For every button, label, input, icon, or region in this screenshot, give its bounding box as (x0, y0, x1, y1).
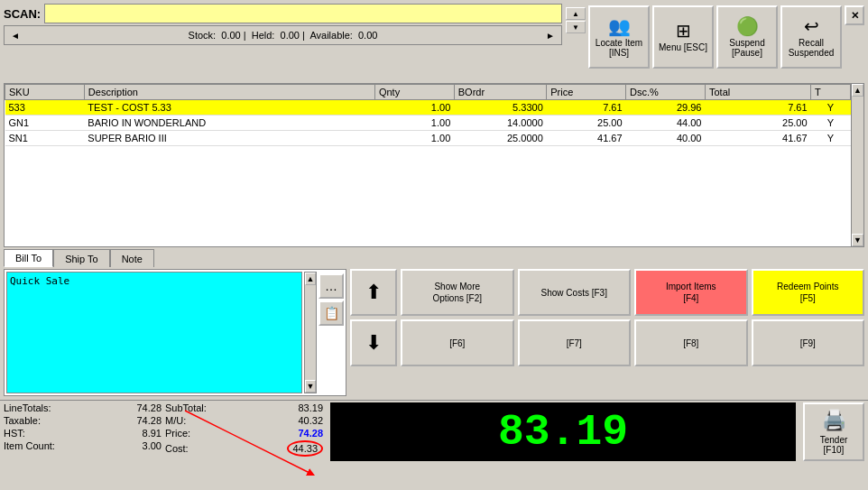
cell-qnty: 1.00 (374, 116, 454, 131)
cell-dsc: 40.00 (626, 131, 706, 146)
cell-t: Y (811, 131, 851, 146)
line-totals-row: LineTotals: 74.28 (4, 402, 162, 413)
stock-prev-btn[interactable]: ◄ (8, 31, 23, 41)
suspend-button[interactable]: 🟢 Suspend [Pause] (716, 5, 778, 69)
table-row[interactable]: GN1 BARIO IN WONDERLAND 1.00 14.0000 25.… (5, 116, 851, 131)
redeem-points-button[interactable]: Redeem Points[F5] (752, 269, 865, 316)
header-sku: SKU (5, 85, 85, 100)
item-count-row: Item Count: 3.00 (4, 440, 162, 451)
cell-qnty: 1.00 (374, 100, 454, 116)
f8-button[interactable]: [F8] (634, 319, 748, 366)
cell-total: 41.67 (705, 131, 810, 146)
tab-ship-to[interactable]: Ship To (53, 249, 110, 267)
header-desc: Description (84, 85, 374, 100)
scan-input[interactable] (44, 4, 562, 23)
table-row[interactable]: 533 TEST - COST 5.33 1.00 5.3300 7.61 29… (5, 100, 851, 116)
header-total: Total (705, 85, 810, 100)
price-row: Price: 74.28 (165, 428, 323, 439)
text-scroll-down[interactable]: ▼ (305, 380, 316, 393)
cell-desc: TEST - COST 5.33 (84, 100, 374, 116)
up-arrow-button[interactable]: ⬆ (350, 269, 397, 316)
tender-button[interactable]: 🖨️ Tender[F10] (803, 402, 864, 461)
hst-row: HST: 8.91 (4, 428, 162, 439)
cell-t: Y (811, 100, 851, 116)
header-bordr: BOrdr (454, 85, 546, 100)
close-button[interactable]: ✕ (845, 5, 864, 25)
down-arrow-button[interactable]: ⬇ (350, 319, 397, 366)
table-header-row: SKU Description Qnty BOrdr Price Dsc.% T… (5, 85, 851, 100)
tab-note[interactable]: Note (110, 249, 154, 267)
nav-up-btn[interactable]: ▲ (566, 7, 586, 20)
cell-bordr: 25.0000 (454, 131, 546, 146)
cell-bordr: 14.0000 (454, 116, 546, 131)
subtotal-row: SubTotal: 83.19 (165, 402, 323, 413)
cell-total: 7.61 (705, 100, 810, 116)
cell-desc: SUPER BARIO III (84, 131, 374, 146)
text-option-1-button[interactable]: … (319, 273, 344, 299)
menu-icon: ⊞ (676, 22, 691, 40)
text-scroll-up[interactable]: ▲ (305, 273, 316, 285)
cell-qnty: 1.00 (374, 131, 454, 146)
header-qnty: Qnty (374, 85, 454, 100)
text-option-2-button[interactable]: 📋 (319, 300, 344, 326)
locate-item-icon: 👥 (608, 17, 631, 35)
tender-icon: 🖨️ (822, 409, 846, 432)
stock-info: Stock: 0.00 | Held: 0.00 | Available: 0.… (23, 30, 543, 41)
cell-price: 7.61 (547, 100, 626, 116)
up-arrow-icon: ⬆ (365, 281, 382, 304)
quick-sale-textarea[interactable]: Quick Sale (6, 272, 302, 393)
cell-total: 25.00 (705, 116, 810, 131)
header-price: Price (547, 85, 626, 100)
cell-price: 41.67 (547, 131, 626, 146)
header-dsc: Dsc.% (626, 85, 706, 100)
cell-t: Y (811, 116, 851, 131)
table-row[interactable]: SN1 SUPER BARIO III 1.00 25.0000 41.67 4… (5, 131, 851, 146)
cell-dsc: 29.96 (626, 100, 706, 116)
import-items-button[interactable]: Import Items[F4] (634, 269, 748, 316)
recall-suspended-button[interactable]: ↩ Recall Suspended (780, 5, 842, 69)
recall-icon: ↩ (804, 17, 819, 35)
tab-bill-to[interactable]: Bill To (4, 249, 53, 267)
cell-price: 25.00 (547, 116, 626, 131)
show-more-options-button[interactable]: Show MoreOptions [F2] (401, 269, 514, 316)
locate-item-button[interactable]: 👥 Locate Item [INS] (588, 5, 650, 69)
cost-value: 44.33 (287, 440, 323, 457)
cell-bordr: 5.3300 (454, 100, 546, 116)
taxable-row: Taxable: 74.28 (4, 415, 162, 426)
menu-button[interactable]: ⊞ Menu [ESC] (652, 5, 714, 69)
f7-button[interactable]: [F7] (518, 319, 632, 366)
cell-sku: 533 (5, 100, 85, 116)
total-display: 83.19 (330, 402, 796, 461)
nav-down-btn[interactable]: ▼ (566, 21, 586, 33)
suspend-icon: 🟢 (736, 17, 759, 35)
stock-next-btn[interactable]: ► (543, 31, 558, 41)
f9-button[interactable]: [F9] (752, 319, 865, 366)
cell-dsc: 44.00 (626, 116, 706, 131)
cost-row: Cost: 44.33 (165, 440, 323, 457)
cell-desc: BARIO IN WONDERLAND (84, 116, 374, 131)
scan-label: SCAN: (4, 7, 41, 21)
table-scroll-up[interactable]: ▲ (852, 84, 863, 97)
table-scroll-down[interactable]: ▼ (852, 234, 863, 246)
text-scroll-track (305, 285, 316, 380)
show-costs-button[interactable]: Show Costs [F3] (518, 269, 632, 316)
header-t: T (811, 85, 851, 100)
down-arrow-icon: ⬇ (365, 331, 382, 355)
mu-row: M/U: 40.32 (165, 415, 323, 426)
f6-button[interactable]: [F6] (401, 319, 514, 366)
cell-sku: GN1 (5, 116, 85, 131)
cell-sku: SN1 (5, 131, 85, 146)
